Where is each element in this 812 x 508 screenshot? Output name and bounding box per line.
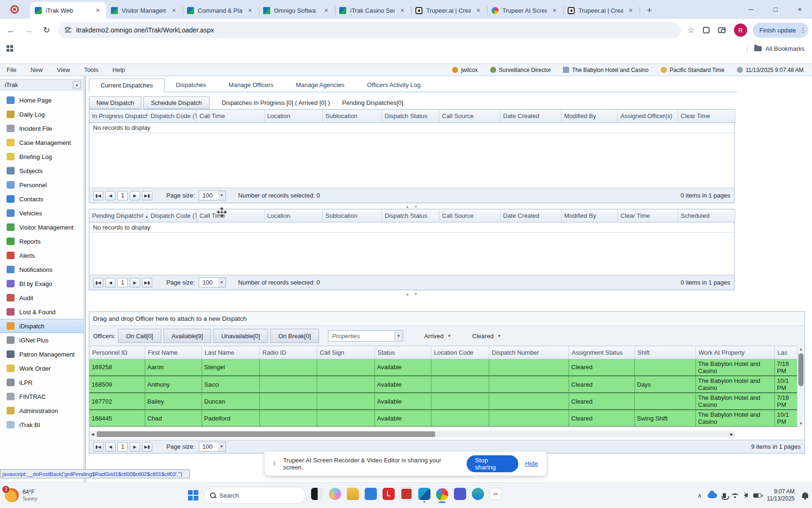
grid-cell[interactable] [431,410,489,427]
grid-cell[interactable]: Cleared [569,410,634,427]
tab-close-icon[interactable]: × [551,7,558,14]
grid-cell[interactable]: Days [634,376,695,393]
finish-update-button[interactable]: Finish update ⋮ [753,23,808,38]
pager-prev-button[interactable]: ◀ [105,278,116,287]
sidebar-item-notifications[interactable]: Notifications [0,262,84,277]
grid-cell[interactable]: The Babylon Hotel and Casino [695,376,774,393]
column-header[interactable]: Dispatch Code (Topic) [148,209,196,222]
chrome-icon[interactable] [436,488,448,500]
tab-close-icon[interactable]: × [475,7,482,14]
pane-splitter[interactable]: ▲▼ [89,204,734,209]
tab-dispatches[interactable]: Dispatches [164,78,217,92]
column-header[interactable]: Dispatch Code (Topic) [148,110,196,122]
browser-tab-trupeer-screen[interactable]: Trupeer AI Scree× [487,2,563,19]
desktop-app-icon[interactable] [311,488,323,500]
sidebar-item-vehicles[interactable]: Vehicles [0,206,84,220]
sidebar-item-subjects[interactable]: Subjects [0,164,84,178]
sidebar-item-lost-and-found[interactable]: Lost & Found [0,305,84,319]
window-minimize-button[interactable]: ─ [739,0,763,19]
grid-cell[interactable]: Stengel [202,359,259,376]
sidebar-item-case-management[interactable]: Case Management [0,135,84,150]
column-header[interactable]: Sublocation [322,209,382,222]
sidebar-collapse-icon[interactable]: ▲ [73,81,81,88]
pager-prev-button[interactable]: ◀ [105,191,116,200]
grid-cell[interactable]: 168445 [89,410,145,427]
sidebar-item-itrak-bi[interactable]: iTrak BI [0,418,84,432]
sidebar-item-briefing-log[interactable]: Briefing Log [0,150,84,164]
tab-close-icon[interactable]: × [246,7,254,14]
browser-tab-itrak-casino[interactable]: iTrak Casino Sec× [335,2,411,19]
pager-first-button[interactable]: ▮◀ [93,191,103,200]
column-header[interactable]: In Progress Dispatch# [89,110,148,122]
column-header[interactable]: Date Created [500,110,561,122]
new-tab-button[interactable]: + [643,4,656,17]
pager-first-button[interactable]: ▮◀ [93,442,103,452]
weather-widget[interactable]: 3 64°FSunny [5,488,37,502]
grid-cell[interactable] [489,376,569,393]
grid-cell[interactable] [431,393,489,410]
column-header[interactable]: Dispatch Status [382,209,439,222]
unavailable-filter-button[interactable]: Unavailable[0] [213,329,268,343]
grid-cell[interactable] [259,376,317,393]
column-header[interactable]: Location [264,209,322,222]
new-dispatch-button[interactable]: New Dispatch [89,96,141,109]
grid-cell[interactable]: 10/1 PM [774,376,798,393]
window-maximize-button[interactable]: □ [763,0,788,19]
grid-cell[interactable]: Bailey [145,393,202,410]
scrollbar-thumb[interactable] [97,431,435,437]
pager-page-number[interactable]: 1 [117,191,128,200]
scroll-right-icon[interactable]: ▶ [728,432,735,437]
grid-cell[interactable]: Sacci [202,376,259,393]
sidebar-item-administration[interactable]: Administration [0,404,84,418]
column-header[interactable]: Dispatch Number [489,346,569,359]
grid-cell[interactable] [489,410,569,427]
menu-view[interactable]: View [57,66,70,73]
on-break-filter-button[interactable]: On Break[0] [270,329,319,343]
pager-next-button[interactable]: ▶ [130,442,140,452]
column-header[interactable]: Modified By [561,209,617,222]
browser-menu-icon[interactable]: ⋮ [800,29,804,32]
splitter-down-icon[interactable]: ▼ [414,292,418,296]
pager-last-button[interactable]: ▶▮ [142,442,152,452]
column-header[interactable]: Last Name [202,346,259,359]
grid-cell[interactable]: Chad [145,410,202,427]
extensions-icon[interactable] [703,27,710,33]
horizontal-scrollbar[interactable]: ◀ ▶ [89,431,735,437]
chevron-down-icon[interactable]: ▼ [218,278,226,287]
site-info-icon[interactable] [65,28,71,32]
grid-cell[interactable]: Cleared [569,376,634,393]
snipping-tool-icon[interactable]: ✂ [490,488,502,500]
grid-cell[interactable] [317,410,375,427]
tab-officers-activity-log[interactable]: Officers Activity Log [356,78,432,92]
tab-manage-officers[interactable]: Manage Officers [218,78,285,92]
sidebar-item-visitor-management[interactable]: Visitor Management [0,220,84,234]
page-size-select[interactable]: 100▼ [199,190,226,200]
browser-tab-visitor-management[interactable]: Visitor Managem× [106,2,182,19]
column-header[interactable]: Location [264,110,322,122]
grid-cell[interactable] [489,359,569,376]
tray-expand-icon[interactable]: ∧ [697,492,702,499]
grid-cell[interactable] [259,359,317,376]
chevron-down-icon[interactable]: ▼ [394,331,403,341]
apps-grid-icon[interactable] [7,45,13,52]
sync-app-icon[interactable] [472,488,484,500]
grid-cell[interactable]: Aaron [145,359,202,376]
grid-cell[interactable]: 10/1 PM [774,410,798,427]
profile-avatar[interactable]: R [734,24,747,37]
schedule-dispatch-button[interactable]: Schedule Dispatch [143,96,209,109]
browser-tab-itrak-web[interactable]: iTrak Web× [30,2,106,19]
sidebar-item-ilpr[interactable]: iLPR [0,375,84,389]
store-icon[interactable] [365,488,377,500]
hide-link[interactable]: Hide [525,460,538,467]
scrollbar-thumb[interactable] [798,353,804,386]
reload-icon[interactable]: ↻ [39,23,54,37]
tab-current-dispatches[interactable]: Current Dispatches [89,79,164,92]
on-call-filter-button[interactable]: On Call[0] [118,329,161,343]
pane-splitter[interactable]: ▲▼ [89,292,734,296]
column-header[interactable]: Call Time [196,209,264,222]
column-header[interactable]: Status [375,346,431,359]
column-header[interactable]: Location Code [431,346,489,359]
pager-page-number[interactable]: 1 [117,442,128,452]
pager-prev-button[interactable]: ◀ [105,442,116,452]
grid-cell[interactable]: The Babylon Hotel and Casino [695,410,774,427]
